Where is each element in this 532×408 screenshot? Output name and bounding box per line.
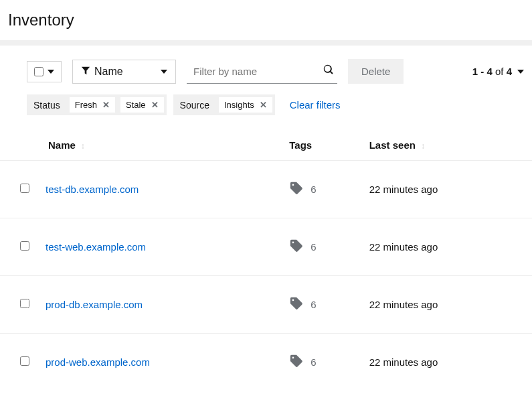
column-header-tags: Tags [284, 126, 363, 161]
select-all-checkbox[interactable] [34, 67, 43, 76]
filter-chip-insights: Insights ✕ [218, 96, 273, 113]
tag-count[interactable]: 6 [289, 296, 358, 313]
chip-text: Fresh [75, 100, 97, 110]
select-all-toggle[interactable] [27, 61, 62, 82]
tag-count-value: 6 [311, 356, 316, 368]
chip-text: Stale [126, 100, 146, 110]
search-field[interactable] [187, 59, 337, 84]
last-seen-value: 22 minutes ago [364, 218, 532, 276]
host-link[interactable]: prod-db.example.com [46, 299, 143, 310]
tag-count[interactable]: 6 [289, 239, 358, 255]
search-icon[interactable] [321, 62, 337, 80]
tag-count[interactable]: 6 [289, 181, 358, 198]
column-header-name[interactable]: Name↕ [40, 126, 284, 161]
close-icon[interactable]: ✕ [151, 100, 159, 110]
column-header-last-seen[interactable]: Last seen↕ [364, 126, 532, 161]
tag-icon [289, 354, 304, 370]
tag-icon [289, 239, 304, 255]
tag-count-value: 6 [311, 184, 316, 195]
filter-chip-fresh: Fresh ✕ [69, 96, 116, 113]
pagination-toggle[interactable]: 1 - 4 of 4 [472, 66, 524, 77]
last-seen-value: 22 minutes ago [364, 161, 532, 218]
row-checkbox[interactable] [20, 299, 29, 308]
inventory-table: Name↕ Tags Last seen↕ test-db.example.co… [0, 126, 532, 391]
table-row: prod-db.example.com 6 22 minutes ago [0, 276, 532, 334]
chevron-down-icon [48, 70, 54, 74]
row-checkbox[interactable] [20, 356, 29, 366]
tag-count-value: 6 [311, 299, 316, 310]
filter-group-label: Status [27, 96, 67, 115]
page-title: Inventory [0, 0, 532, 40]
column-header-checkbox [0, 126, 40, 161]
filter-icon [81, 66, 90, 78]
filter-attribute-select[interactable]: Name [72, 60, 176, 84]
pagination-range: 1 - 4 of 4 [472, 66, 512, 77]
last-seen-value: 22 minutes ago [364, 334, 532, 391]
row-checkbox[interactable] [20, 241, 29, 251]
chevron-down-icon [161, 70, 167, 74]
tag-icon [289, 296, 304, 313]
table-row: test-db.example.com 6 22 minutes ago [0, 161, 532, 218]
sort-icon: ↕ [421, 141, 425, 151]
table-row: prod-web.example.com 6 22 minutes ago [0, 334, 532, 391]
host-link[interactable]: test-db.example.com [46, 184, 139, 195]
divider [0, 40, 532, 46]
clear-filters-link[interactable]: Clear filters [290, 99, 341, 111]
active-filters: Status Fresh ✕ Stale ✕ Source Insights ✕… [27, 94, 527, 115]
host-link[interactable]: prod-web.example.com [46, 356, 150, 368]
sort-icon: ↕ [81, 141, 85, 151]
search-input[interactable] [193, 66, 321, 77]
chip-text: Insights [224, 100, 254, 110]
filter-group-status: Status Fresh ✕ Stale ✕ [27, 94, 167, 115]
filter-attribute-label: Name [94, 66, 123, 78]
filter-group-source: Source Insights ✕ [173, 94, 275, 115]
close-icon[interactable]: ✕ [102, 100, 110, 110]
tag-count-value: 6 [311, 241, 316, 253]
delete-button[interactable]: Delete [348, 59, 404, 84]
chevron-down-icon [517, 70, 524, 74]
tag-count[interactable]: 6 [289, 354, 358, 370]
table-row: test-web.example.com 6 22 minutes ago [0, 218, 532, 276]
host-link[interactable]: test-web.example.com [46, 241, 146, 253]
filter-chip-stale: Stale ✕ [120, 96, 165, 113]
close-icon[interactable]: ✕ [260, 100, 267, 110]
tag-icon [289, 181, 304, 198]
filter-group-label: Source [173, 96, 216, 115]
toolbar: Name Delete 1 - 4 of 4 Status Fresh ✕ St… [0, 48, 532, 115]
row-checkbox[interactable] [20, 184, 29, 193]
last-seen-value: 22 minutes ago [364, 276, 532, 334]
